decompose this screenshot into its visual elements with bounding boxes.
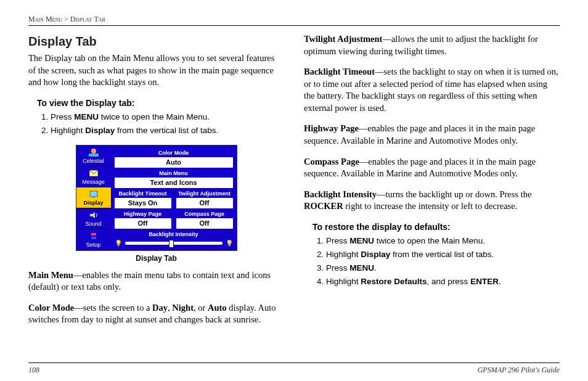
left-column: Display Tab The Display tab on the Main … bbox=[28, 31, 284, 358]
field-label: Compass Page bbox=[176, 210, 233, 218]
celestial-icon bbox=[89, 148, 99, 157]
def-highway-page: Highway Page—enables the page and places… bbox=[304, 123, 560, 147]
doc-title: GPSMAP 296 Pilot's Guide bbox=[478, 366, 560, 375]
slider-thumb bbox=[169, 240, 174, 248]
field-value: Off bbox=[115, 218, 171, 229]
bulb-on-icon: 💡 bbox=[226, 239, 233, 248]
svg-rect-1 bbox=[89, 154, 99, 157]
bulb-off-icon: 💡 bbox=[115, 239, 122, 248]
field-label: Color Mode bbox=[115, 149, 233, 157]
list-item: Press MENU twice to open the Main Menu. bbox=[326, 236, 560, 247]
sidebar-item-setup: Setup bbox=[76, 229, 111, 250]
sidebar-item-celestial: Celestial bbox=[76, 145, 111, 166]
page-number: 108 bbox=[28, 366, 39, 375]
field-value: Auto bbox=[115, 157, 233, 168]
field-label: Main Menu bbox=[115, 170, 233, 177]
field-value: Text and Icons bbox=[115, 178, 233, 188]
svg-rect-4 bbox=[92, 197, 95, 198]
breadcrumb: Main Menu > Display Tab bbox=[28, 15, 560, 26]
def-color-mode: Color Mode—sets the screen to a Day, Nig… bbox=[28, 302, 284, 326]
intensity-slider: 💡 💡 bbox=[115, 239, 233, 248]
page-title: Display Tab bbox=[28, 33, 284, 50]
list-item: Highlight Display from the vertical list… bbox=[51, 125, 284, 136]
sidebar-item-message: Message bbox=[76, 166, 111, 187]
field-label: Twilight Adjustment bbox=[176, 190, 233, 197]
def-main-menu: Main Menu—enables the main menu tabs to … bbox=[28, 269, 284, 293]
def-backlight-intensity: Backlight Intensity—turns the backlight … bbox=[304, 189, 560, 213]
howto-restore-heading: To restore the display to defaults: bbox=[312, 221, 560, 233]
breadcrumb-b: Display Tab bbox=[70, 15, 105, 23]
device-main-panel: Color Mode Auto Main Menu Text and Icons… bbox=[111, 145, 237, 250]
list-item: Highlight Display from the vertical list… bbox=[326, 249, 560, 260]
svg-marker-5 bbox=[90, 212, 95, 218]
figure-caption: Display Tab bbox=[28, 253, 284, 263]
def-backlight-timeout: Backlight Timeout—sets the backlight to … bbox=[304, 66, 560, 114]
svg-point-0 bbox=[91, 149, 96, 154]
field-value: Off bbox=[176, 218, 233, 229]
page-footer: 108 GPSMAP 296 Pilot's Guide bbox=[28, 363, 560, 375]
field-label: Highway Page bbox=[115, 210, 171, 218]
svg-rect-7 bbox=[91, 237, 96, 239]
howto-view-list: Press MENU twice to open the Main Menu. … bbox=[51, 112, 284, 136]
field-label: Backlight Timeout bbox=[115, 190, 171, 197]
field-value: Stays On bbox=[115, 198, 171, 208]
message-icon bbox=[89, 169, 99, 178]
breadcrumb-a: Main Menu bbox=[28, 15, 62, 23]
setup-icon bbox=[89, 232, 99, 240]
def-compass-page: Compass Page—enables the page and places… bbox=[304, 156, 560, 180]
slider-track bbox=[125, 242, 223, 245]
sidebar-item-display: Display bbox=[76, 187, 111, 208]
sound-icon bbox=[89, 211, 99, 219]
svg-rect-3 bbox=[90, 191, 97, 197]
device-screenshot: Celestial Message Display Sound bbox=[76, 145, 237, 251]
def-twilight: Twilight Adjustment—allows the unit to a… bbox=[304, 33, 560, 57]
sidebar-item-sound: Sound bbox=[76, 208, 111, 229]
intro-paragraph: The Display tab on the Main Menu allows … bbox=[28, 52, 284, 89]
svg-rect-6 bbox=[91, 233, 96, 236]
right-column: Twilight Adjustment—allows the unit to a… bbox=[304, 31, 560, 358]
howto-restore-list: Press MENU twice to open the Main Menu. … bbox=[326, 236, 560, 288]
field-value: Off bbox=[176, 198, 233, 208]
howto-view-heading: To view the Display tab: bbox=[37, 97, 284, 109]
list-item: Press MENU. bbox=[326, 263, 560, 274]
display-icon bbox=[89, 190, 99, 199]
list-item: Press MENU twice to open the Main Menu. bbox=[51, 112, 284, 123]
device-sidebar: Celestial Message Display Sound bbox=[76, 145, 111, 250]
list-item: Highlight Restore Defaults, and press EN… bbox=[326, 276, 560, 287]
field-label: Backlight Intensity bbox=[115, 231, 233, 238]
